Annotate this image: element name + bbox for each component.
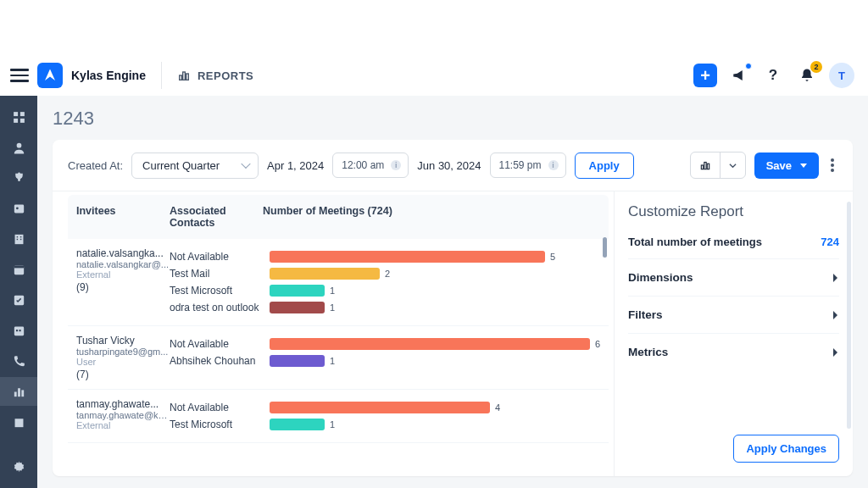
section-label: Metrics [628,346,668,358]
notification-bell-icon[interactable]: 2 [795,64,819,87]
associated-contact-label: Test Microsoft [170,285,263,297]
svg-rect-14 [19,238,20,239]
associated-contact-label: Test Mail [170,268,263,280]
svg-rect-27 [704,163,705,169]
sidebar-dashboard-icon[interactable] [0,103,37,131]
sidebar-more-icon[interactable] [0,408,37,436]
bar-row: Abhsihek Chouhan1 [170,353,600,369]
sidebar-deals-icon[interactable] [0,164,37,192]
svg-rect-8 [14,204,23,213]
sidebar-company-icon[interactable] [0,225,37,253]
sidebar-person-icon[interactable] [0,133,37,162]
svg-rect-0 [180,75,182,80]
user-avatar[interactable]: T [829,63,854,88]
bar[interactable] [270,251,545,263]
scrollbar-thumb[interactable] [603,237,607,258]
svg-rect-20 [19,330,20,331]
invitee-name: natalie.valsangka... [76,247,170,259]
sidebar-calendar-icon[interactable] [0,316,37,345]
chevron-right-icon [832,347,839,358]
bar[interactable] [270,338,590,350]
bar-value: 1 [330,356,335,366]
table-header: Invitees Associated Contacts Number of M… [68,195,609,239]
bars-cell: Not Available6Abhsihek Chouhan1 [170,335,600,380]
svg-rect-28 [707,164,709,169]
associated-contact-label: Not Available [170,251,263,263]
apply-changes-button[interactable]: Apply Changes [733,435,839,463]
sidebar-call-icon[interactable] [0,347,37,375]
svg-rect-24 [14,419,23,427]
sidebar-tasks-icon[interactable] [0,286,37,314]
associated-contact-label: Test Microsoft [170,419,263,430]
col-meetings: Number of Meetings (724) [263,205,600,229]
section-label: Dimensions [628,271,693,284]
help-icon[interactable]: ? [761,64,785,87]
start-date: Apr 1, 2024 [267,159,324,172]
section-label[interactable]: REPORTS [177,69,253,82]
bar-value: 1 [330,419,335,430]
invitee-email: natalie.valsangkar@... [76,259,170,269]
svg-rect-12 [19,236,20,236]
svg-point-9 [15,207,18,209]
divider [161,62,162,89]
more-actions-icon[interactable] [827,153,837,177]
bar-row: odra test on outlook1 [170,300,600,315]
info-icon: i [391,160,401,170]
chart-type-dropdown[interactable] [690,152,746,179]
svg-rect-6 [19,118,24,122]
svg-rect-22 [18,388,20,396]
sidebar-calendar-alt-icon[interactable] [0,255,37,284]
hamburger-menu-icon[interactable] [10,65,29,86]
svg-rect-16 [14,265,23,268]
add-button[interactable]: + [693,64,717,87]
bar[interactable] [270,285,325,297]
svg-rect-2 [186,74,189,80]
bar[interactable] [270,402,490,413]
chevron-down-icon [721,152,745,178]
invitee-cell: tanmay.ghawate...tanmay.ghawate@ky...Ext… [76,398,170,434]
report-panel: Created At: Current Quarter Apr 1, 2024 … [53,140,853,476]
invitee-role: User [76,357,170,367]
bar[interactable] [270,419,325,430]
section-label: Filters [628,308,663,321]
bar[interactable] [270,302,325,313]
bar[interactable] [270,268,380,280]
report-table-area: Invitees Associated Contacts Number of M… [53,191,614,476]
end-time-input[interactable]: 11:59 pmi [490,152,566,178]
left-sidebar [0,96,37,488]
app-header: Kylas Engine REPORTS + ? 2 T [0,55,868,96]
invitee-count: (9) [76,281,170,293]
customize-report-panel: Customize Report Total number of meeting… [614,191,853,476]
date-preset-select[interactable]: Current Quarter [131,152,259,179]
bar-row: Test Microsoft1 [170,283,600,298]
announcement-icon[interactable] [727,64,751,87]
bar[interactable] [270,355,325,367]
apply-filter-button[interactable]: Apply [575,152,634,179]
end-date: Jun 30, 2024 [417,159,481,172]
customize-section-dimensions[interactable]: Dimensions [628,258,839,296]
bar-value: 5 [550,252,555,262]
customize-section-metrics[interactable]: Metrics [628,333,839,370]
svg-rect-26 [701,165,703,169]
start-time-input[interactable]: 12:00 ami [332,152,409,178]
invitee-name: tanmay.ghawate... [76,398,170,410]
associated-contact-label: Not Available [170,338,263,350]
svg-rect-3 [14,112,18,116]
brand-name: Kylas Engine [71,69,146,82]
bar-row: Not Available6 [170,336,600,352]
svg-rect-19 [15,330,17,331]
total-meetings-row: Total number of meetings 724 [628,236,839,248]
associated-contact-label: Not Available [170,402,263,413]
kylas-logo[interactable] [37,63,63,88]
info-icon: i [548,160,559,170]
sidebar-reports-icon[interactable] [0,377,37,406]
associated-contact-label: odra test on outlook [170,302,263,313]
scrollbar-track[interactable] [847,202,851,429]
sidebar-contact-card-icon[interactable] [0,194,37,223]
bar-value: 6 [595,339,600,349]
save-button[interactable]: Save [754,152,819,179]
table-row: tanmay.ghawate...tanmay.ghawate@ky...Ext… [68,390,609,443]
bar-value: 1 [330,302,335,313]
customize-section-filters[interactable]: Filters [628,296,839,333]
sidebar-settings-icon[interactable] [0,452,37,481]
